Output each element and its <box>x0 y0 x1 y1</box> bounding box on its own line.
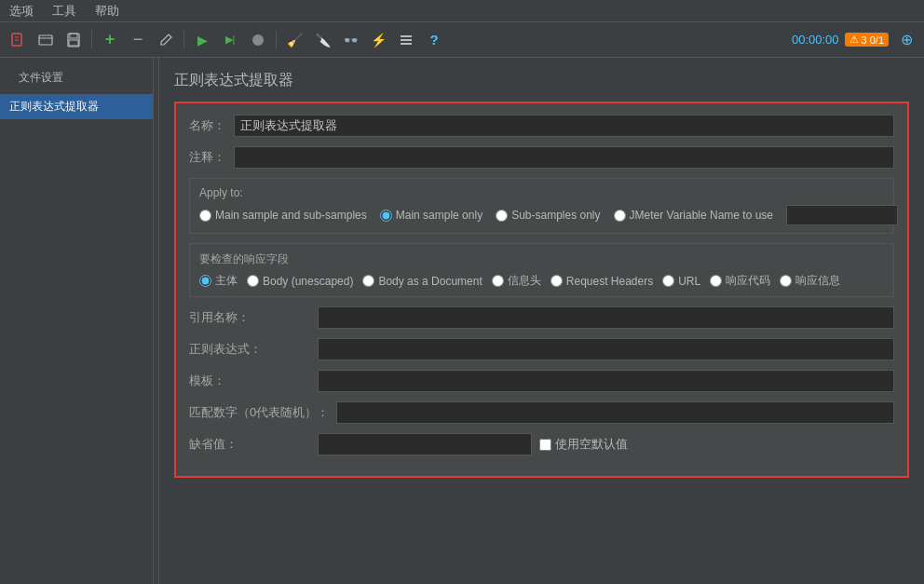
radio-req-headers[interactable]: Request Headers <box>550 275 653 288</box>
radio-body[interactable]: 主体 <box>199 273 238 289</box>
radio-info-header-input[interactable] <box>492 275 504 287</box>
radio-main-input[interactable] <box>380 210 392 222</box>
radio-resp-info-input[interactable] <box>780 275 792 287</box>
use-empty-checkbox[interactable] <box>539 439 551 451</box>
radio-body-input[interactable] <box>199 275 211 287</box>
timer-display: 00:00:00 <box>792 33 839 47</box>
radio-req-headers-input[interactable] <box>550 275 563 287</box>
menu-tools[interactable]: 工具 <box>48 1 80 21</box>
remote-button[interactable]: ⊕ <box>894 28 918 52</box>
tool-lightning[interactable]: ⚡ <box>366 28 390 52</box>
use-empty-label[interactable]: 使用空默认值 <box>539 436 628 453</box>
run-button[interactable]: ▶ <box>190 28 214 52</box>
use-empty-text: 使用空默认值 <box>555 436 628 453</box>
svg-rect-3 <box>39 35 52 45</box>
default-input[interactable] <box>318 433 532 455</box>
tool-broom[interactable]: 🧹 <box>282 28 306 52</box>
warning-badge: ⚠ 3 0/1 <box>845 33 889 47</box>
svg-rect-8 <box>401 35 412 37</box>
default-label: 缺省值： <box>189 436 310 453</box>
main-panel: 名称： 注释： Apply to: Main sample and sub-sa… <box>174 102 909 478</box>
menu-help[interactable]: 帮助 <box>91 1 123 21</box>
radio-sub-label: Sub-samples only <box>511 209 600 222</box>
template-row: 模板： <box>189 370 894 392</box>
new-button[interactable] <box>6 28 30 52</box>
response-field-section: 要检查的响应字段 主体 Body (unescaped) Body as a D… <box>189 243 894 297</box>
jmeter-var-input[interactable] <box>786 205 898 225</box>
name-row: 名称： <box>189 115 894 137</box>
radio-req-headers-label: Request Headers <box>566 275 653 288</box>
tool-knife[interactable]: 🔪 <box>310 28 334 52</box>
toolbar: + − ▶ ▶| 🧹 🔪 👓 ⚡ ? 00:00:00 ⚠ 3 0/1 ⊕ <box>0 22 924 58</box>
radio-body-unescaped[interactable]: Body (unescaped) <box>247 275 353 288</box>
toolbar-sep-1 <box>91 31 92 49</box>
radio-resp-code[interactable]: 响应代码 <box>710 273 770 289</box>
run-next-button[interactable]: ▶| <box>218 28 242 52</box>
default-row: 缺省值： 使用空默认值 <box>189 433 894 455</box>
match-number-input[interactable] <box>336 401 894 424</box>
stop-button[interactable] <box>246 28 270 52</box>
radio-var[interactable]: JMeter Variable Name to use <box>614 209 774 222</box>
content-area: 正则表达式提取器 名称： 注释： Apply to: <box>159 58 924 584</box>
radio-url-input[interactable] <box>662 275 674 287</box>
tool-glasses[interactable]: 👓 <box>338 28 362 52</box>
radio-body-doc-input[interactable] <box>362 275 374 287</box>
list-button[interactable] <box>394 28 418 52</box>
radio-main[interactable]: Main sample only <box>380 209 482 222</box>
sidebar-section-label: 文件设置 <box>0 61 153 94</box>
remove-button[interactable]: − <box>126 28 150 52</box>
radio-resp-code-label: 响应代码 <box>726 273 770 289</box>
main-layout: 文件设置 正则表达式提取器 ⋮ 正则表达式提取器 名称： 注释： <box>0 58 924 584</box>
radio-var-input[interactable] <box>614 210 626 222</box>
toolbar-sep-2 <box>183 31 184 49</box>
menu-bar: 选项 工具 帮助 <box>0 0 924 22</box>
radio-body-label: 主体 <box>215 273 238 289</box>
name-input[interactable] <box>234 115 894 137</box>
radio-sub-input[interactable] <box>496 210 508 222</box>
template-input[interactable] <box>318 370 894 392</box>
radio-url[interactable]: URL <box>662 275 700 288</box>
radio-all-input[interactable] <box>199 210 211 222</box>
response-radio-group: 主体 Body (unescaped) Body as a Document 信… <box>199 273 884 289</box>
radio-body-unescaped-input[interactable] <box>247 275 259 287</box>
radio-sub[interactable]: Sub-samples only <box>496 209 600 222</box>
radio-all[interactable]: Main sample and sub-samples <box>199 209 367 222</box>
save-button[interactable] <box>61 28 86 52</box>
radio-info-header[interactable]: 信息头 <box>492 273 541 289</box>
menu-options[interactable]: 选项 <box>6 1 37 21</box>
ref-name-input[interactable] <box>318 306 894 329</box>
svg-rect-9 <box>401 39 412 41</box>
radio-all-label: Main sample and sub-samples <box>215 209 367 222</box>
radio-resp-info-label: 响应信息 <box>795 273 840 289</box>
ref-name-label: 引用名称： <box>189 309 310 326</box>
response-field-title: 要检查的响应字段 <box>199 251 884 267</box>
radio-resp-code-input[interactable] <box>710 275 722 287</box>
radio-body-doc[interactable]: Body as a Document <box>362 275 482 288</box>
sidebar-item-regex-extractor[interactable]: 正则表达式提取器 <box>0 94 153 119</box>
comment-input[interactable] <box>234 146 894 169</box>
match-number-label: 匹配数字（0代表随机）： <box>189 404 329 421</box>
sidebar-item-file-settings[interactable]: 文件设置 <box>9 65 143 90</box>
match-number-row: 匹配数字（0代表随机）： <box>189 401 894 424</box>
radio-main-label: Main sample only <box>396 209 482 222</box>
svg-rect-10 <box>401 43 412 45</box>
page-title: 正则表达式提取器 <box>174 71 909 90</box>
svg-rect-5 <box>70 34 77 38</box>
pen-button[interactable] <box>154 28 178 52</box>
add-button[interactable]: + <box>98 28 122 52</box>
svg-rect-6 <box>69 40 78 46</box>
name-label: 名称： <box>189 117 226 134</box>
toolbar-sep-3 <box>276 31 277 49</box>
apply-to-section: Apply to: Main sample and sub-samples Ma… <box>189 178 894 234</box>
ref-name-row: 引用名称： <box>189 306 894 329</box>
svg-point-7 <box>252 34 264 46</box>
apply-to-title: Apply to: <box>199 186 884 199</box>
radio-resp-info[interactable]: 响应信息 <box>780 273 840 289</box>
radio-info-header-label: 信息头 <box>508 273 541 289</box>
radio-url-label: URL <box>678 275 700 288</box>
help-button[interactable]: ? <box>422 28 446 52</box>
regex-row: 正则表达式： <box>189 338 894 360</box>
regex-input[interactable] <box>318 338 894 360</box>
radio-body-doc-label: Body as a Document <box>378 275 482 288</box>
open-button[interactable] <box>34 28 58 52</box>
